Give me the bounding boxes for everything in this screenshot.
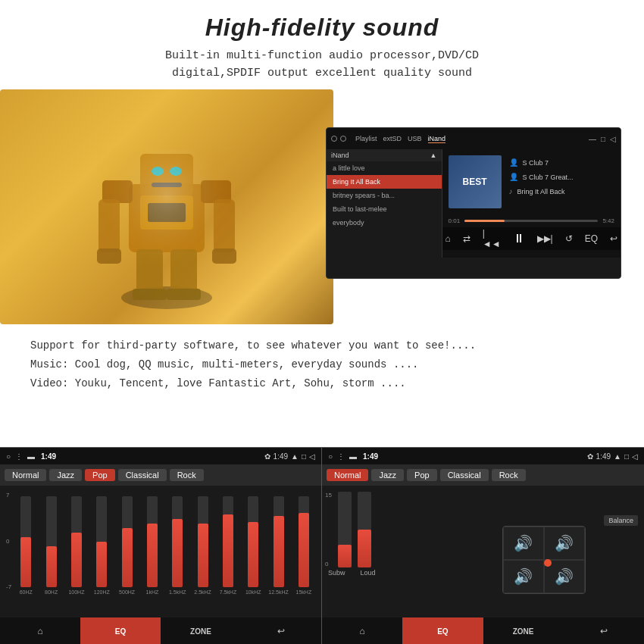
subtitle-line2: digital,SPDIF output excellent quality s… (172, 67, 472, 80)
eq-panel-right: ○ ⋮ ▬ 1:49 ✿ 1:49 ▲ □ ◁ Normal Jazz Pop … (322, 448, 644, 644)
file-icon-left: ▬ (27, 452, 35, 461)
eq-sliders-area: 7 0 -7 60HZ80HZ100HZ120HZ500HZ1kHZ1.5kHZ… (0, 486, 321, 617)
nav-zone-left[interactable]: ZONE (161, 617, 241, 644)
loud-bar-group[interactable] (358, 492, 371, 567)
preset-classical-left[interactable]: Classical (118, 469, 167, 481)
nav-eq-right[interactable]: EQ (402, 617, 483, 644)
balance-dot[interactable] (544, 559, 552, 567)
bar-fill (274, 516, 284, 587)
bar-label: 60HZ (20, 589, 33, 595)
bar-fill (96, 542, 107, 587)
eq-bar-group[interactable]: 500HZ (115, 496, 138, 595)
back-icon-left: ◁ (309, 452, 315, 461)
bar-track (46, 496, 57, 587)
preset-pop-right[interactable]: Pop (407, 469, 437, 481)
nav-home-right[interactable]: ⌂ (322, 617, 402, 644)
preset-classical-right[interactable]: Classical (440, 469, 489, 481)
eq-y-axis: 7 0 -7 (6, 492, 11, 590)
minimize-icon[interactable]: — (589, 135, 596, 143)
window-icon-right: □ (624, 452, 629, 461)
player-right-panel: BEST 👤 S Club 7 👤 S Club 7 Great... (442, 149, 621, 258)
eq-btn[interactable]: EQ (585, 233, 598, 244)
next-btn[interactable]: ▶▶| (537, 233, 553, 244)
nav-eq-left[interactable]: EQ (80, 617, 161, 644)
subw-loud-labels: Subw Loud (328, 569, 440, 577)
preset-normal-right[interactable]: Normal (327, 469, 368, 481)
pause-btn[interactable]: ⏸ (513, 232, 525, 245)
list-item[interactable]: Built to last-melee (327, 202, 442, 216)
bar-label: 1kHZ (146, 589, 159, 595)
preset-rock-right[interactable]: Rock (492, 469, 526, 481)
progress-area[interactable]: 0:01 5:42 (442, 214, 621, 227)
player-body: iNand ▲ a little love Bring It All Back … (327, 149, 621, 258)
dots-icon-left: ⋮ (15, 452, 23, 461)
preset-rock-left[interactable]: Rock (170, 469, 204, 481)
tab-inand[interactable]: iNand (428, 135, 446, 143)
signal-icon-left: ▲ (291, 452, 299, 461)
nav-home-left[interactable]: ⌂ (0, 617, 80, 644)
subw-fill (338, 545, 352, 567)
balance-grid[interactable]: 🔊 🔊 🔊 🔊 (502, 526, 586, 594)
top-title: High-fidelity sound (0, 14, 644, 42)
eq-bar-group[interactable]: 12.5kHZ (267, 496, 289, 595)
shuffle-btn[interactable]: ⇄ (463, 233, 470, 244)
tab-extsd[interactable]: extSD (383, 135, 402, 143)
eq-bar-group[interactable]: 60HZ (14, 496, 37, 595)
list-item[interactable]: britney spears - ba... (327, 189, 442, 202)
list-item-active[interactable]: Bring It All Back (327, 175, 442, 189)
back-btn[interactable]: ↩ (610, 233, 617, 244)
y-label-bot: -7 (6, 583, 11, 590)
home-btn[interactable]: ⌂ (445, 233, 451, 244)
eq-bar-group[interactable]: 2.5kHZ (191, 496, 214, 595)
list-item[interactable]: a little love (327, 161, 442, 175)
eq-bar-group[interactable]: 15kHZ (292, 496, 315, 595)
preset-bar-right: Normal Jazz Pop Classical Rock (322, 464, 644, 486)
zone-label-right: ZONE (513, 627, 534, 636)
quadrant-fr: 🔊 (544, 527, 585, 560)
track-item-2[interactable]: 👤 S Club 7 Great... (509, 170, 614, 184)
preset-normal-left[interactable]: Normal (5, 469, 46, 481)
album-area: BEST 👤 S Club 7 👤 S Club 7 Great... (442, 149, 621, 214)
support-line3: Video: Youku, Tencent, love Fantastic Ar… (30, 374, 614, 393)
prev-btn[interactable]: |◄◄ (483, 228, 501, 249)
progress-bar[interactable] (464, 220, 598, 222)
bt-icon-left: ✿ (264, 452, 270, 461)
bar-fill (198, 524, 208, 587)
back-icon-nav-right: ↩ (600, 626, 608, 636)
eq-bar-group[interactable]: 100HZ (65, 496, 88, 595)
tab-usb[interactable]: USB (408, 135, 422, 143)
scale-bot-right: 0 (325, 561, 332, 567)
back-icon-nav-left: ↩ (277, 626, 285, 636)
preset-jazz-left[interactable]: Jazz (49, 469, 82, 481)
tab-playlist[interactable]: Playlist (355, 135, 377, 143)
track-item-1[interactable]: 👤 S Club 7 (509, 155, 614, 170)
nav-back-right[interactable]: ↩ (564, 617, 644, 644)
speaker-fl-icon: 🔊 (514, 534, 533, 552)
player-window-controls: — □ ◁ (589, 135, 616, 143)
bar-track (147, 496, 158, 587)
speaker-rr-icon: 🔊 (555, 567, 574, 586)
bar-label: 7.5kHZ (220, 589, 237, 595)
list-expand[interactable]: ▲ (430, 152, 437, 159)
list-item[interactable]: everybody (327, 216, 442, 230)
close-icon[interactable]: ◁ (610, 135, 616, 143)
maximize-icon[interactable]: □ (601, 135, 605, 143)
eq-bar-group[interactable]: 7.5kHZ (217, 496, 239, 595)
preset-jazz-right[interactable]: Jazz (371, 469, 404, 481)
eq-bar-group[interactable]: 120HZ (90, 496, 113, 595)
header-dot (331, 136, 337, 142)
quadrant-rl: 🔊 (503, 560, 544, 593)
eq-bar-group[interactable]: 80HZ (39, 496, 62, 595)
eq-bar-group[interactable]: 1kHZ (141, 496, 164, 595)
eq-mini-bars-area: 15 0 (322, 486, 443, 617)
subw-track (338, 492, 352, 567)
nav-back-left[interactable]: ↩ (241, 617, 321, 644)
preset-pop-left[interactable]: Pop (85, 469, 115, 481)
person-icon: 👤 (509, 158, 518, 167)
subw-bar-group[interactable] (338, 492, 352, 567)
eq-bar-group[interactable]: 10kHZ (242, 496, 264, 595)
track-item-3[interactable]: ♪ Bring It All Back (509, 184, 614, 199)
nav-zone-right[interactable]: ZONE (483, 617, 564, 644)
repeat-btn[interactable]: ↺ (565, 233, 573, 244)
eq-bar-group[interactable]: 1.5kHZ (166, 496, 189, 595)
